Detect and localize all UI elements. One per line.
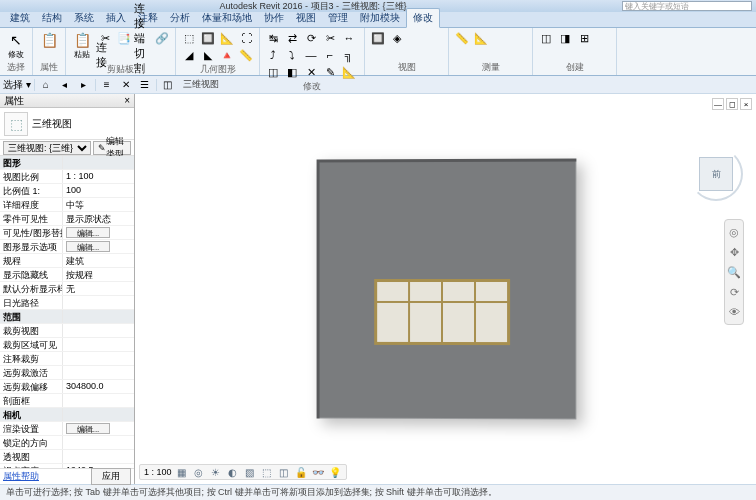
property-row[interactable]: 裁剪区域可见	[0, 338, 134, 352]
crop-view-icon[interactable]: ⬚	[260, 465, 274, 479]
property-row[interactable]: 显示隐藏线按规程	[0, 268, 134, 282]
ribbon-tool-icon[interactable]: 📏	[237, 47, 255, 63]
property-category[interactable]: 相机	[0, 408, 134, 422]
full-nav-wheel-icon[interactable]: ◎	[726, 224, 742, 240]
ribbon-tool-icon[interactable]: ✂	[321, 30, 339, 46]
property-row[interactable]: 详细程度中等	[0, 198, 134, 212]
pan-icon[interactable]: ✥	[726, 244, 742, 260]
property-list[interactable]: 图形视图比例1 : 100比例值 1:100详细程度中等零件可见性显示原状态可见…	[0, 156, 134, 468]
tab-管理[interactable]: 管理	[322, 9, 354, 27]
ribbon-tool-icon[interactable]: ◈	[388, 30, 406, 46]
window-element[interactable]	[374, 279, 510, 345]
drawing-canvas[interactable]	[135, 94, 756, 484]
property-row[interactable]: 规程建筑	[0, 254, 134, 268]
property-category[interactable]: 范围	[0, 310, 134, 324]
close-icon[interactable]: ×	[124, 95, 130, 106]
close-hidden-icon[interactable]: ✕	[118, 78, 134, 92]
ribbon-tool-icon[interactable]: 📐	[472, 30, 490, 46]
ribbon-btn[interactable]: ↖修改	[4, 30, 28, 59]
temp-hide-icon[interactable]: 👓	[311, 465, 325, 479]
property-row[interactable]: 比例值 1:100	[0, 184, 134, 198]
property-category[interactable]: 图形	[0, 156, 134, 170]
ribbon-tool-icon[interactable]: 📏	[453, 30, 471, 46]
ribbon-btn[interactable]: 📋	[37, 30, 61, 51]
property-edit-button[interactable]: 编辑...	[66, 241, 110, 252]
properties-help-link[interactable]: 属性帮助	[3, 470, 39, 483]
property-row[interactable]: 注释裁剪	[0, 352, 134, 366]
ribbon-tool-icon[interactable]: ⊞	[575, 30, 593, 46]
apply-button[interactable]: 应用	[91, 468, 131, 485]
tab-修改[interactable]: 修改	[406, 8, 440, 28]
ribbon-tool-icon[interactable]: ⛶	[237, 30, 255, 46]
property-row[interactable]: 远剪裁激活	[0, 366, 134, 380]
tab-视图[interactable]: 视图	[290, 9, 322, 27]
property-row[interactable]: 视图比例1 : 100	[0, 170, 134, 184]
tab-附加模块[interactable]: 附加模块	[354, 9, 406, 27]
ribbon-tool-icon[interactable]: ◨	[556, 30, 574, 46]
ribbon-tool-icon[interactable]: ◣	[199, 47, 217, 63]
property-row[interactable]: 日光路径	[0, 296, 134, 310]
ribbon-btn[interactable]: 📋粘贴	[70, 30, 94, 59]
visual-style-icon[interactable]: ◎	[192, 465, 206, 479]
tab-插入[interactable]: 插入	[100, 9, 132, 27]
ribbon-tool-icon[interactable]: ⤵	[283, 47, 301, 63]
property-row[interactable]: 图形显示选项编辑...	[0, 240, 134, 254]
view-scale[interactable]: 1 : 100	[144, 467, 172, 477]
ribbon-tool-icon[interactable]: —	[302, 47, 320, 63]
unlock-3d-icon[interactable]: 🔓	[294, 465, 308, 479]
crop-visible-icon[interactable]: ◫	[277, 465, 291, 479]
tab-体量和场地[interactable]: 体量和场地	[196, 9, 258, 27]
tab-系统[interactable]: 系统	[68, 9, 100, 27]
zoom-icon[interactable]: 🔍	[726, 264, 742, 280]
view-cube[interactable]: 前	[686, 144, 746, 204]
ribbon-tool-icon[interactable]: 🔲	[369, 30, 387, 46]
switch-window-icon[interactable]: ☰	[137, 78, 153, 92]
ribbon-tool-icon[interactable]: ↔	[340, 30, 358, 46]
property-row[interactable]: 剖面框	[0, 394, 134, 408]
ribbon-tool-icon[interactable]: 🔺	[218, 47, 236, 63]
ribbon-tool-icon[interactable]: ╗	[340, 47, 358, 63]
ribbon-tool-icon[interactable]: 🔲	[199, 30, 217, 46]
tab-建筑[interactable]: 建筑	[4, 9, 36, 27]
ribbon-tool-icon[interactable]: ⌐	[321, 47, 339, 63]
ribbon-tool-icon[interactable]: 连接	[96, 47, 114, 63]
property-edit-button[interactable]: 编辑...	[66, 227, 110, 238]
nav-back-icon[interactable]: ◂	[57, 78, 73, 92]
look-icon[interactable]: 👁	[726, 304, 742, 320]
nav-fwd-icon[interactable]: ▸	[76, 78, 92, 92]
filter-icon[interactable]: ⌂	[38, 78, 54, 92]
ribbon-tool-icon[interactable]: ⬚	[180, 30, 198, 46]
ribbon-tool-icon[interactable]: ◢	[180, 47, 198, 63]
ribbon-tool-icon[interactable]: 📑	[115, 30, 133, 46]
property-row[interactable]: 默认分析显示样式无	[0, 282, 134, 296]
tab-协作[interactable]: 协作	[258, 9, 290, 27]
property-row[interactable]: 零件可见性显示原状态	[0, 212, 134, 226]
ribbon-tool-icon[interactable]: 🔗	[153, 30, 171, 46]
property-row[interactable]: 透视图	[0, 450, 134, 464]
property-row[interactable]: 可见性/图形替换编辑...	[0, 226, 134, 240]
reveal-hidden-icon[interactable]: 💡	[328, 465, 342, 479]
property-row[interactable]: 渲染设置编辑...	[0, 422, 134, 436]
view-style-icon[interactable]: ◫	[160, 78, 176, 92]
ribbon-tool-icon[interactable]: 连接端切割	[134, 30, 152, 46]
instance-filter[interactable]: 三维视图: {三维}	[3, 141, 91, 155]
edit-type-button[interactable]: ✎ 编辑类型	[93, 141, 131, 155]
ribbon-tool-icon[interactable]: ⤴	[264, 47, 282, 63]
orbit-icon[interactable]: ⟳	[726, 284, 742, 300]
property-edit-button[interactable]: 编辑...	[66, 423, 110, 434]
property-row[interactable]: 裁剪视图	[0, 324, 134, 338]
ribbon-tool-icon[interactable]: ⇄	[283, 30, 301, 46]
ribbon-tool-icon[interactable]: ⟳	[302, 30, 320, 46]
rendering-icon[interactable]: ▧	[243, 465, 257, 479]
help-search[interactable]: 键入关键字或短语	[622, 1, 752, 11]
detail-level-icon[interactable]: ▦	[175, 465, 189, 479]
shadows-icon[interactable]: ◐	[226, 465, 240, 479]
viewport[interactable]: — ◻ × 前 ◎ ✥ 🔍 ⟳ 👁 1 : 100 ▦ ◎ ☀	[135, 94, 756, 484]
wall-element[interactable]	[316, 159, 576, 420]
tab-结构[interactable]: 结构	[36, 9, 68, 27]
property-row[interactable]: 锁定的方向	[0, 436, 134, 450]
ribbon-tool-icon[interactable]: ↹	[264, 30, 282, 46]
property-row[interactable]: 远剪裁偏移304800.0	[0, 380, 134, 394]
sun-path-icon[interactable]: ☀	[209, 465, 223, 479]
thin-lines-icon[interactable]: ≡	[99, 78, 115, 92]
